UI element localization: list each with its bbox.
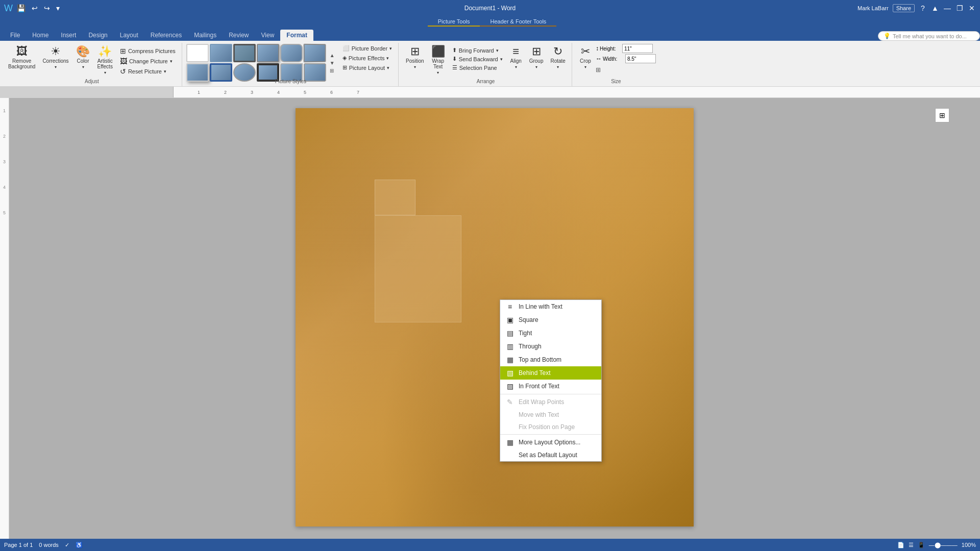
user-name: Mark LaBarr [857, 5, 889, 11]
color-dropdown[interactable]: ▾ [82, 65, 84, 69]
help-button[interactable]: ? [919, 4, 927, 12]
width-input[interactable] [625, 54, 656, 63]
border-dropdown[interactable]: ▾ [389, 46, 392, 51]
style-1[interactable] [210, 44, 232, 62]
style-4[interactable] [280, 44, 303, 62]
inline-icon: ≡ [505, 303, 514, 311]
close-button[interactable]: ✕ [968, 4, 976, 12]
header-footer-tab[interactable]: Header & Footer Tools [480, 18, 556, 27]
reset-picture-button[interactable]: ↺ Reset Picture ▾ [117, 66, 179, 77]
gallery: ▲ ▼ ⊞ [186, 44, 336, 82]
send-backward-button[interactable]: ⬇ Send Backward ▾ [449, 55, 506, 63]
picture-border-button[interactable]: ⬜ Picture Border ▾ [339, 44, 395, 53]
corrections-button[interactable]: ☀ Corrections ▾ [39, 44, 71, 71]
group-dropdown[interactable]: ▾ [535, 65, 537, 69]
tab-design[interactable]: Design [82, 30, 113, 41]
top-bottom-icon: ▦ [505, 356, 514, 364]
position-dropdown[interactable]: ▾ [414, 65, 416, 69]
tab-references[interactable]: References [144, 30, 188, 41]
change-pic-dropdown[interactable]: ▾ [170, 59, 173, 64]
menu-square[interactable]: ▣ Square [500, 313, 601, 327]
tab-view[interactable]: View [255, 30, 281, 41]
layout-dropdown[interactable]: ▾ [387, 65, 389, 70]
share-button[interactable]: Share [893, 4, 915, 12]
menu-behind-text[interactable]: ▧ Behind Text [500, 366, 601, 380]
tab-review[interactable]: Review [223, 30, 255, 41]
menu-inline-text[interactable]: ≡ In Line with Text [500, 300, 601, 313]
corrections-dropdown[interactable]: ▾ [55, 65, 57, 69]
style-0[interactable] [186, 44, 209, 62]
height-input[interactable] [622, 44, 653, 53]
tab-home[interactable]: Home [26, 30, 55, 41]
wrap-text-dropdown[interactable]: ▾ [437, 70, 439, 75]
bring-forward-dropdown[interactable]: ▾ [496, 48, 499, 53]
accessibility-icon[interactable]: ♿ [76, 542, 83, 548]
ribbon-toggle[interactable]: ▲ [931, 4, 939, 12]
picture-effects-button[interactable]: ◈ Picture Effects ▾ [339, 54, 395, 62]
send-backward-dropdown[interactable]: ▾ [500, 57, 503, 62]
menu-more-layout[interactable]: ▦ More Layout Options... [500, 436, 601, 449]
quick-access-dropdown[interactable]: ▾ [54, 3, 62, 13]
tell-me-bar[interactable]: 💡 Tell me what you want to do... [878, 31, 980, 41]
bring-forward-button[interactable]: ⬆ Bring Forward ▾ [449, 46, 506, 55]
tab-insert[interactable]: Insert [55, 30, 82, 41]
top-bottom-label: Top and Bottom [519, 356, 561, 363]
rotate-dropdown[interactable]: ▾ [557, 65, 559, 69]
menu-tight[interactable]: ▤ Tight [500, 327, 601, 340]
remove-background-button[interactable]: 🖼 RemoveBackground [5, 44, 38, 71]
size-label: Size [573, 79, 659, 84]
style-3[interactable] [257, 44, 279, 62]
picture-tools-tab[interactable]: Picture Tools [428, 18, 480, 27]
wrap-text-button[interactable]: ⬛ WrapText ▾ [428, 44, 448, 77]
effects-dropdown[interactable]: ▾ [386, 56, 389, 61]
view-reading[interactable]: ☰ [909, 542, 914, 548]
rotate-button[interactable]: ↻ Rotate ▾ [547, 44, 568, 71]
minimize-button[interactable]: — [943, 4, 951, 12]
picture-layout-button[interactable]: ⊞ Picture Layout ▾ [339, 63, 395, 72]
move-with-label: Move with Text [519, 411, 559, 418]
menu-set-default[interactable]: Set as Default Layout [500, 449, 601, 461]
size-expand-icon[interactable]: ⊞ [596, 66, 601, 73]
color-button[interactable]: 🎨 Color ▾ [73, 44, 93, 71]
crop-button[interactable]: ✂ Crop ▾ [576, 44, 595, 71]
crop-dropdown[interactable]: ▾ [584, 65, 586, 69]
gallery-more[interactable]: ⊞ [328, 67, 336, 74]
word-count: 0 words [39, 542, 59, 548]
tab-format[interactable]: Format [280, 30, 313, 41]
more-layout-label: More Layout Options... [519, 439, 580, 446]
artistic-dropdown[interactable]: ▾ [104, 70, 106, 75]
group-button[interactable]: ⊞ Group ▾ [526, 44, 547, 71]
maximize-button[interactable]: ❐ [955, 4, 964, 12]
selection-pane-button[interactable]: ☰ Selection Pane [449, 63, 506, 72]
change-picture-button[interactable]: 🖼 Change Picture ▾ [117, 56, 179, 66]
position-button[interactable]: ⊞ Position ▾ [403, 44, 427, 71]
style-5[interactable] [303, 44, 326, 63]
gallery-down[interactable]: ▼ [328, 60, 336, 66]
align-button[interactable]: ≡ Align ▾ [507, 44, 525, 71]
align-dropdown[interactable]: ▾ [515, 65, 517, 69]
remove-bg-label: RemoveBackground [8, 58, 35, 69]
view-normal[interactable]: 📄 [897, 542, 904, 548]
tab-mailings[interactable]: Mailings [188, 30, 223, 41]
menu-in-front[interactable]: ▨ In Front of Text [500, 380, 601, 393]
tab-file[interactable]: File [4, 30, 26, 41]
tab-layout[interactable]: Layout [114, 30, 144, 41]
zoom-slider[interactable]: —⬤——— [929, 542, 958, 548]
document-title: Document1 - Word [464, 5, 516, 12]
border-icon: ⬜ [342, 45, 350, 52]
proofing-icon[interactable]: ✓ [65, 542, 69, 548]
redo-button[interactable]: ↪ [42, 3, 52, 13]
style-2[interactable] [233, 44, 256, 62]
menu-through[interactable]: ▥ Through [500, 340, 601, 353]
view-web[interactable]: 📱 [918, 542, 925, 548]
reset-dropdown[interactable]: ▾ [164, 69, 166, 74]
menu-top-bottom[interactable]: ▦ Top and Bottom [500, 353, 601, 366]
gallery-up[interactable]: ▲ [328, 52, 336, 59]
behind-icon: ▧ [505, 369, 514, 377]
tight-label: Tight [519, 330, 532, 337]
layout-options-float-button[interactable]: ⊞ [935, 108, 949, 122]
undo-button[interactable]: ↩ [30, 3, 40, 13]
save-button[interactable]: 💾 [15, 3, 28, 13]
artistic-effects-button[interactable]: ✨ ArtisticEffects ▾ [94, 44, 116, 77]
compress-pictures-button[interactable]: ⊞ Compress Pictures [117, 46, 179, 56]
